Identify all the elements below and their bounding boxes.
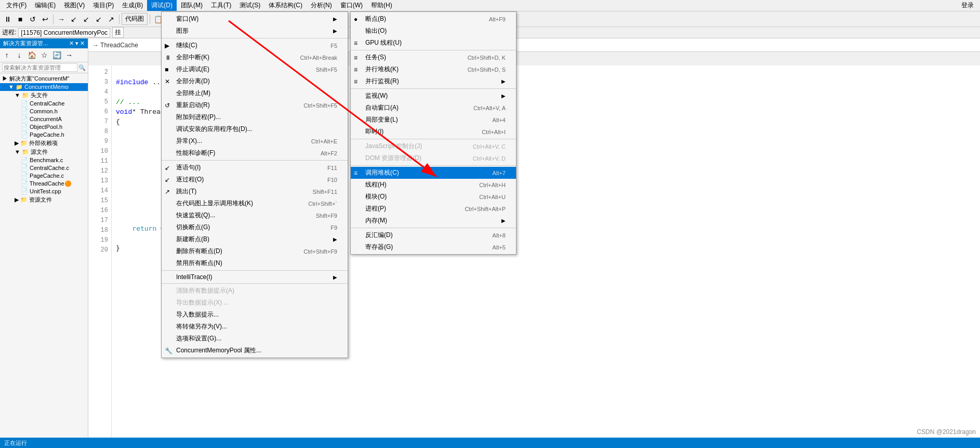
menu-item-terminate-all[interactable]: 全部终止(M) <box>162 87 348 99</box>
submenu-locals[interactable]: 局部变量(L) Alt+4 <box>351 114 516 126</box>
menu-item-disable-all-bp[interactable]: 禁用所有断点(N) <box>162 257 348 269</box>
tree-item-objectpool-h[interactable]: 📄 ObjectPool.h <box>0 123 88 131</box>
menu-item-restart[interactable]: ↺ 重新启动(R) Ctrl+Shift+F5 <box>162 99 348 111</box>
submenu-threads[interactable]: 线程(H) Ctrl+Alt+H <box>351 179 516 191</box>
menu-test[interactable]: 测试(S) <box>235 0 264 11</box>
search-icon[interactable]: 🔍 <box>78 64 86 71</box>
menu-item-new-bp[interactable]: 新建断点(B) ▶ <box>162 233 348 245</box>
menu-item-options[interactable]: 选项和设置(G)... <box>162 333 348 345</box>
solution-explorer-close[interactable]: ✕ ▾ ✕ <box>69 40 85 47</box>
submenu-dom-explorer[interactable]: DOM 资源管理器(D) Ctrl+Alt+V, D <box>351 152 516 164</box>
menu-item-window[interactable]: 窗口(W) ▶ <box>162 13 348 25</box>
menu-item-performance[interactable]: 性能和诊断(F) Alt+F2 <box>162 147 348 159</box>
submenu-parallel-watch[interactable]: ≡ 并行监视(R) ▶ <box>351 75 516 87</box>
submenu-output[interactable]: 输出(O) <box>351 25 516 37</box>
submenu-watch[interactable]: 监视(W) ▶ <box>351 90 516 102</box>
solution-search-input[interactable] <box>2 63 77 72</box>
menu-debug[interactable]: 调试(D) <box>147 0 177 11</box>
submenu-js-console[interactable]: JavaScript 控制台(J) Ctrl+Alt+V, C <box>351 140 516 152</box>
menu-item-continue[interactable]: ▶ 继续(C) F5 <box>162 39 348 51</box>
toolbar-step-btn1[interactable]: → <box>56 14 67 25</box>
submenu-breakpoints[interactable]: ● 断点(B) Alt+F9 <box>351 13 516 25</box>
toolbar-restart-btn[interactable]: ↺ <box>27 14 38 25</box>
menu-item-stop-debug[interactable]: ■ 停止调试(E) Shift+F5 <box>162 63 348 75</box>
menu-item-exceptions[interactable]: 异常(X)... Ctrl+Alt+E <box>162 135 348 147</box>
menu-project[interactable]: 项目(P) <box>89 0 118 11</box>
tree-item-pagecache-h[interactable]: 📄 PageCache.h <box>0 131 88 139</box>
toolbar-code-map-btn[interactable]: 代码图 <box>122 13 148 25</box>
tree-item-threadcache[interactable]: 📄 ThreadCache🟠 <box>0 180 88 188</box>
menu-item-export-datatips[interactable]: 导出数据提示(X) ... <box>162 297 348 309</box>
menu-item-break-all[interactable]: ⏸ 全部中断(K) Ctrl+Alt+Break <box>162 51 348 63</box>
menu-architecture[interactable]: 体系结构(C) <box>264 0 307 11</box>
menu-item-show-callstack[interactable]: 在代码图上显示调用堆栈(K) Ctrl+Shift+` <box>162 197 348 209</box>
sol-btn-1[interactable]: ↑ <box>1 49 12 61</box>
toolbar-stop-btn[interactable]: ■ <box>15 14 26 25</box>
menu-item-project-props[interactable]: 🔧 ConcurrentMemoryPool 属性... <box>162 345 348 357</box>
tree-item-unittest[interactable]: 📄 UnitTest.cpp <box>0 188 88 195</box>
toolbar-undo-btn[interactable]: ↩ <box>39 14 51 25</box>
code-gutter: 2 3 4 5 6 7 8 9 10 11 12 13 14 15 16 17 … <box>88 65 112 448</box>
toolbar-pause-btn[interactable]: ⏸ <box>2 14 14 25</box>
menu-item-import-datatips[interactable]: 导入数据提示... <box>162 309 348 321</box>
tree-item-pagecache-cpp[interactable]: 📄 PageCache.c <box>0 172 88 180</box>
tree-item-solution[interactable]: ▶ 解决方案"ConcurrentM" <box>0 74 88 83</box>
menu-item-attach-process[interactable]: 附加到进程(P)... <box>162 111 348 123</box>
sol-btn-5[interactable]: 🔄 <box>51 49 62 61</box>
submenu-tasks[interactable]: ≡ 任务(S) Ctrl+Shift+D, K <box>351 51 516 63</box>
process-attach-btn[interactable]: 挂 <box>112 27 124 38</box>
sol-btn-4[interactable]: ☆ <box>38 49 50 61</box>
toolbar-step-btn3[interactable]: ↙ <box>81 14 92 25</box>
submenu-memory[interactable]: 内存(M) ▶ <box>351 215 516 227</box>
menu-item-step-into[interactable]: ↙ 逐语句(I) F11 <box>162 162 348 174</box>
menu-file[interactable]: 文件(F) <box>2 0 31 11</box>
menu-help[interactable]: 帮助(H) <box>367 0 396 11</box>
menu-item-intellitrace[interactable]: IntelliTrace(I) ▶ <box>162 272 348 282</box>
submenu-autos[interactable]: 自动窗口(A) Ctrl+Alt+V, A <box>351 102 516 114</box>
tree-item-centralcache-cpp[interactable]: 📄 CentralCache.c <box>0 164 88 172</box>
tree-item-external-deps[interactable]: ▶ 📁 外部依赖项 <box>0 139 88 148</box>
menu-item-graphics[interactable]: 图形 ▶ <box>162 25 348 37</box>
process-selector[interactable]: [11576] ConcurrentMemoryPoc <box>18 28 110 37</box>
menu-item-detach-all[interactable]: ✕ 全部分离(D) <box>162 75 348 87</box>
tree-item-benchmark[interactable]: 📄 Benchmark.c <box>0 156 88 164</box>
menu-window[interactable]: 窗口(W) <box>336 0 367 11</box>
toolbar-step-btn5[interactable]: ↗ <box>105 14 117 25</box>
submenu-call-stack[interactable]: ≡ 调用堆栈(C) Alt+7 <box>351 167 516 179</box>
toolbar-step-btn4[interactable]: ↙ <box>93 14 104 25</box>
sol-btn-2[interactable]: ↓ <box>14 49 25 61</box>
menu-item-save-dump[interactable]: 将转储另存为(V)... <box>162 321 348 333</box>
tree-item-headers[interactable]: ▼ 📁 头文件 <box>0 91 88 100</box>
submenu-disassembly[interactable]: 反汇编(D) Alt+8 <box>351 229 516 241</box>
tree-item-concurrent-a[interactable]: 📄 ConcurrentA <box>0 115 88 123</box>
menu-tools[interactable]: 工具(T) <box>207 0 235 11</box>
tree-item-source[interactable]: ▼ 📁 源文件 <box>0 148 88 156</box>
submenu-parallel-stacks[interactable]: ≡ 并行堆栈(K) Ctrl+Shift+D, S <box>351 63 516 75</box>
tree-item-resources[interactable]: ▶ 📁 资源文件 <box>0 195 88 204</box>
stop-debug-icon: ■ <box>165 66 168 73</box>
menu-item-quickwatch[interactable]: 快速监视(Q)... Shift+F9 <box>162 209 348 221</box>
submenu-modules[interactable]: 模块(O) Ctrl+Alt+U <box>351 191 516 203</box>
menu-item-step-out[interactable]: ↗ 跳出(T) Shift+F11 <box>162 186 348 197</box>
menu-item-clear-datatips[interactable]: 清除所有数据提示(A) <box>162 285 348 297</box>
menu-analyze[interactable]: 分析(N) <box>307 0 336 11</box>
menu-item-step-over[interactable]: ↙ 逐过程(O) F10 <box>162 174 348 186</box>
menu-item-toggle-bp[interactable]: 切换断点(G) F9 <box>162 221 348 233</box>
submenu-processes[interactable]: 进程(P) Ctrl+Shift+Alt+P <box>351 203 516 215</box>
toolbar-step-btn2[interactable]: ↙ <box>68 14 80 25</box>
sol-btn-3[interactable]: 🏠 <box>26 49 37 61</box>
login-button[interactable]: 登录 <box>957 0 978 11</box>
tree-item-project[interactable]: ▼ 📁 ConcurrentMemo <box>0 83 88 91</box>
menu-item-delete-all-bp[interactable]: 删除所有断点(D) Ctrl+Shift+F9 <box>162 245 348 257</box>
submenu-immediate[interactable]: 即时(I) Ctrl+Alt+I <box>351 126 516 138</box>
tree-item-centralcache-h[interactable]: 📄 CentralCache <box>0 100 88 108</box>
submenu-registers[interactable]: 寄存器(G) Alt+5 <box>351 241 516 253</box>
menu-team[interactable]: 团队(M) <box>177 0 207 11</box>
tree-item-common-h[interactable]: 📄 Common.h <box>0 108 88 115</box>
menu-build[interactable]: 生成(B) <box>118 0 147 11</box>
sol-btn-6[interactable]: → <box>63 49 75 61</box>
menu-view[interactable]: 视图(V) <box>60 0 89 11</box>
submenu-gpu-threads[interactable]: ≡ GPU 线程(U) <box>351 37 516 49</box>
menu-item-debug-installed[interactable]: 调试安装的应用程序包(D)... <box>162 123 348 135</box>
menu-edit[interactable]: 编辑(E) <box>31 0 60 11</box>
